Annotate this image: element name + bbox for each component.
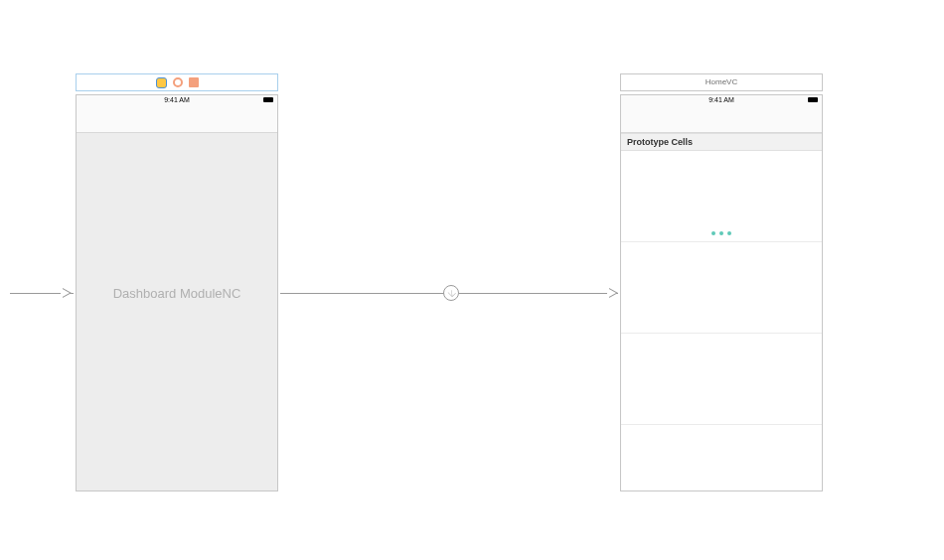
battery-icon: [808, 97, 818, 102]
scene-dashboard-header[interactable]: [76, 73, 278, 91]
table-cell[interactable]: [621, 151, 822, 242]
table-cell[interactable]: [621, 242, 822, 334]
battery-icon: [263, 97, 273, 102]
dot-icon: [727, 231, 731, 235]
scene-homevc-body[interactable]: 9:41 AM Prototype Cells: [620, 94, 823, 491]
navigation-bar[interactable]: [77, 107, 277, 133]
page-control-dots: [711, 231, 731, 235]
status-bar: 9:41 AM: [77, 95, 277, 107]
scene-dashboard-body[interactable]: 9:41 AM Dashboard ModuleNC: [76, 94, 278, 491]
navigation-bar[interactable]: [621, 107, 822, 133]
storyboard-canvas[interactable]: 9:41 AM Dashboard ModuleNC ⟀ HomeVC 9:41…: [0, 0, 944, 560]
placeholder-label: Dashboard ModuleNC: [113, 286, 241, 301]
status-time: 9:41 AM: [164, 96, 190, 103]
segue-relationship-icon: ⟀: [446, 288, 456, 298]
scene-title: HomeVC: [621, 74, 822, 90]
arrowhead-icon: [61, 288, 70, 298]
dot-icon: [719, 231, 723, 235]
status-bar: 9:41 AM: [621, 95, 822, 107]
arrowhead-icon: [607, 288, 616, 298]
scene-header-icons: [77, 74, 277, 90]
first-responder-icon[interactable]: [173, 77, 183, 87]
status-time: 9:41 AM: [708, 96, 734, 103]
scene-homevc-header[interactable]: HomeVC: [620, 73, 823, 91]
viewcontroller-icon[interactable]: [156, 77, 167, 88]
table-cell[interactable]: [621, 334, 822, 425]
exit-icon[interactable]: [189, 77, 199, 87]
prototype-cells-header: Prototype Cells: [621, 133, 822, 151]
dot-icon: [711, 231, 715, 235]
segue-icon[interactable]: ⟀: [443, 285, 459, 301]
